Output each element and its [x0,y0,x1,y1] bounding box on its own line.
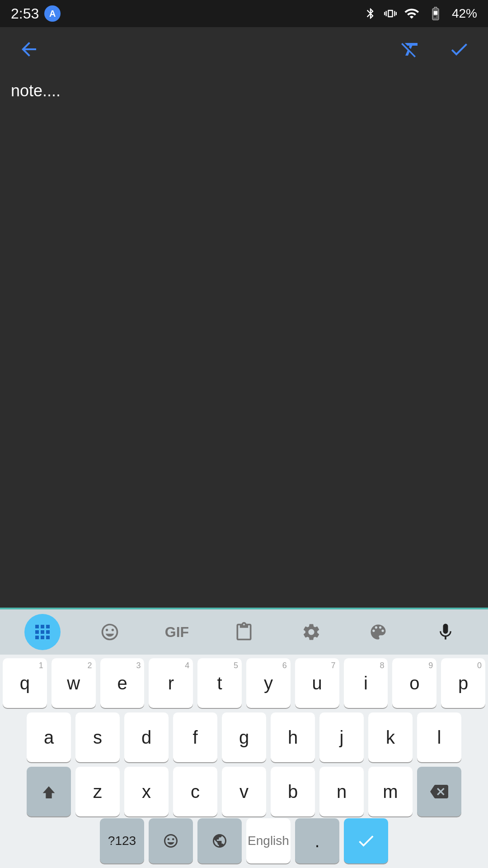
emoji-comma-button[interactable] [149,818,193,863]
gif-label: GIF [165,624,189,641]
key-t[interactable]: t5 [197,658,242,708]
svg-rect-0 [434,11,438,15]
keyboard-toolbar: GIF [0,609,488,655]
key-n[interactable]: n [319,767,364,816]
key-row-3: z x c v b n m [3,767,485,816]
space-button[interactable]: English [246,818,291,863]
key-j[interactable]: j [319,712,364,762]
key-e[interactable]: e3 [100,658,145,708]
key-x[interactable]: x [124,767,169,816]
keyboard-palette-button[interactable] [360,614,396,650]
keyboard-settings-button[interactable] [293,614,329,650]
battery-icon [427,6,445,21]
key-i[interactable]: i8 [344,658,388,708]
period-button[interactable]: . [295,818,339,863]
key-u[interactable]: u7 [295,658,339,708]
key-r[interactable]: r4 [149,658,193,708]
keyboard-gif-button[interactable]: GIF [159,614,195,650]
keyboard-emoji-button[interactable] [92,614,128,650]
keyboard-container: GIF q1 w2 e3 r4 [0,609,488,868]
key-p[interactable]: p0 [441,658,485,708]
status-a-icon: A [44,5,61,22]
key-h[interactable]: h [271,712,315,762]
backspace-button[interactable] [417,767,461,816]
keyboard-rows: q1 w2 e3 r4 t5 y6 u7 i8 o9 p0 a s d f g … [0,655,488,818]
key-c[interactable]: c [173,767,217,816]
key-y[interactable]: y6 [246,658,291,708]
clear-format-button[interactable] [395,34,426,66]
note-content: note.... [11,81,61,100]
app-bar-actions [395,34,474,66]
key-g[interactable]: g [222,712,266,762]
key-m[interactable]: m [368,767,413,816]
key-row-2: a s d f g h j k l [3,712,485,762]
key-d[interactable]: d [124,712,169,762]
globe-button[interactable] [197,818,242,863]
key-q[interactable]: q1 [3,658,47,708]
app-bar [0,27,488,72]
key-s[interactable]: s [75,712,120,762]
status-icons: 42% [364,6,477,21]
shift-button[interactable] [27,767,71,816]
confirm-button[interactable] [444,34,474,66]
key-a[interactable]: a [27,712,71,762]
key-row-1: q1 w2 e3 r4 t5 y6 u7 i8 o9 p0 [3,658,485,708]
num-sym-button[interactable]: ?123 [100,818,144,863]
back-button[interactable] [14,34,44,66]
key-k[interactable]: k [368,712,413,762]
keyboard-mic-button[interactable] [427,614,464,650]
key-b[interactable]: b [271,767,315,816]
bottom-key-row: ?123 English . [0,818,488,868]
wifi-icon [404,6,419,21]
keyboard-apps-button[interactable] [24,614,61,650]
key-l[interactable]: l [417,712,461,762]
key-w[interactable]: w2 [52,658,96,708]
bluetooth-icon [364,6,377,21]
status-time-group: 2:53 A [11,5,61,22]
vibrate-icon [384,6,397,21]
status-bar: 2:53 A 42% [0,0,488,27]
enter-button[interactable] [344,818,388,863]
key-o[interactable]: o9 [392,658,436,708]
status-time: 2:53 [11,5,39,22]
key-f[interactable]: f [173,712,217,762]
battery-percentage: 42% [452,6,477,21]
keyboard-clipboard-button[interactable] [226,614,262,650]
note-area[interactable]: note.... [0,72,488,608]
key-v[interactable]: v [222,767,266,816]
key-z[interactable]: z [75,767,120,816]
